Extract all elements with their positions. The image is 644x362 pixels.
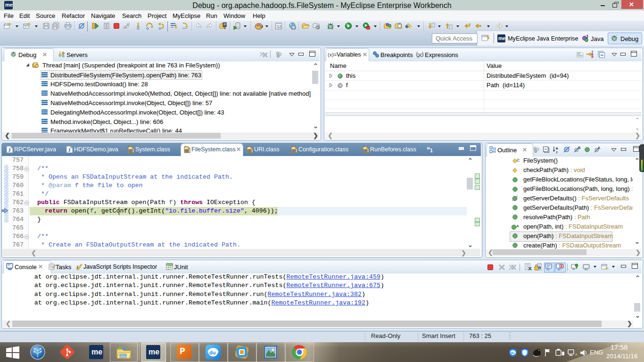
svg-text:L: L bbox=[598, 146, 601, 150]
svg-text:010: 010 bbox=[129, 149, 134, 153]
svg-text:x=: x= bbox=[417, 56, 420, 58]
svg-text:du: du bbox=[511, 351, 515, 354]
svg-text:010: 010 bbox=[185, 149, 190, 153]
svg-text:J: J bbox=[586, 34, 588, 40]
svg-text:J: J bbox=[8, 147, 11, 153]
svg-text:C: C bbox=[517, 158, 520, 163]
svg-text:J: J bbox=[76, 265, 78, 270]
svg-text:010: 010 bbox=[248, 149, 253, 153]
svg-text:J: J bbox=[68, 147, 71, 153]
svg-text:A: A bbox=[516, 224, 519, 228]
svg-text:010: 010 bbox=[364, 149, 369, 153]
svg-text:010: 010 bbox=[292, 149, 297, 153]
svg-text:S: S bbox=[578, 146, 581, 150]
svg-text:du: du bbox=[209, 350, 215, 355]
svg-text:2.0: 2.0 bbox=[292, 26, 296, 29]
svg-text:z: z bbox=[556, 150, 558, 153]
